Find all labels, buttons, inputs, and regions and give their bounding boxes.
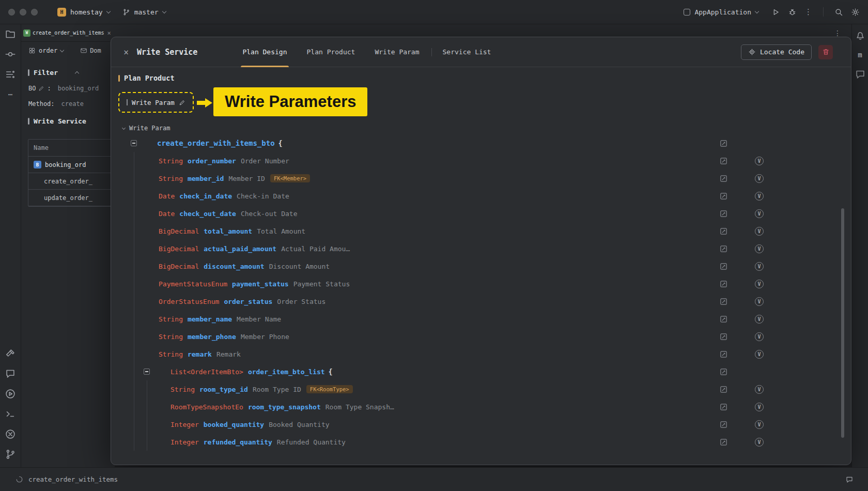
window-minimize-button[interactable] <box>20 9 26 16</box>
window-close-button[interactable] <box>8 9 15 16</box>
param-row[interactable]: OrderStatusEnumorder_statusOrder StatusV <box>111 293 851 310</box>
param-row[interactable]: Stringorder_numberOrder NumberV <box>111 152 851 170</box>
service-row[interactable]: Bbooking_ord <box>28 157 115 173</box>
service-row[interactable]: create_order_ <box>28 173 115 190</box>
maven-tool-icon[interactable]: m <box>855 49 866 60</box>
collapse-toggle-icon[interactable] <box>131 140 137 146</box>
module-selector[interactable]: order <box>28 47 64 54</box>
edit-note-icon[interactable] <box>719 332 728 341</box>
editor-tab[interactable]: W create_order_with_items × <box>21 24 115 42</box>
param-row[interactable]: create_order_with_items_bto{V <box>111 134 851 152</box>
services-tool-icon[interactable] <box>5 388 16 400</box>
edit-note-icon[interactable] <box>719 280 728 288</box>
tab-close-icon[interactable]: × <box>107 29 111 37</box>
param-row[interactable]: Stringmember_idMember IDFK<Member>V <box>111 170 851 187</box>
param-row[interactable]: Stringmember_nameMember NameV <box>111 310 851 328</box>
validate-icon[interactable]: V <box>755 244 764 253</box>
more-tools-icon[interactable]: ⋯ <box>5 89 16 100</box>
param-row[interactable]: Integerbooked_quantityBooked QuantityV <box>111 416 851 433</box>
validate-icon[interactable]: V <box>755 209 764 218</box>
edit-note-icon[interactable] <box>719 192 728 201</box>
edit-note-icon[interactable] <box>719 367 728 376</box>
param-row[interactable]: Stringmember_phoneMember PhoneV <box>111 328 851 345</box>
validate-icon[interactable]: V <box>755 227 764 236</box>
locate-code-button[interactable]: Locate Code <box>741 44 812 60</box>
project-selector[interactable]: H homestay <box>52 5 115 19</box>
validate-icon[interactable]: V <box>755 280 764 288</box>
validate-icon[interactable]: V <box>755 157 764 165</box>
validate-icon[interactable]: V <box>755 297 764 306</box>
build-tool-icon[interactable] <box>5 348 16 359</box>
write-param-button[interactable]: Write Param <box>118 92 194 113</box>
validate-icon[interactable]: V <box>755 350 764 359</box>
edit-note-icon[interactable] <box>719 139 728 148</box>
dialog-tab-write-param[interactable]: Write Param <box>367 37 427 67</box>
commit-tool-icon[interactable] <box>5 49 16 60</box>
dialog-close-icon[interactable]: × <box>121 47 131 57</box>
edit-note-icon[interactable] <box>719 262 728 271</box>
edit-note-icon[interactable] <box>719 403 728 411</box>
validate-icon[interactable]: V <box>755 315 764 324</box>
search-everywhere-icon[interactable] <box>834 8 843 17</box>
structure-tool-icon[interactable] <box>5 69 16 80</box>
write-param-tree-header[interactable]: Write Param <box>122 124 851 132</box>
domain-tab[interactable]: Dom <box>80 47 101 54</box>
param-row[interactable]: List<OrderItemBto>order_item_bto_list{V <box>111 363 851 380</box>
ai-chat-statusbar-icon[interactable] <box>845 475 854 484</box>
param-row[interactable]: StringremarkRemarkV <box>111 345 851 363</box>
service-row[interactable]: update_order_ <box>28 190 115 206</box>
edit-note-icon[interactable] <box>719 174 728 183</box>
run-configuration-selector[interactable]: AppApplication <box>678 6 764 19</box>
edit-note-icon[interactable] <box>719 227 728 236</box>
param-row[interactable]: Datecheck_out_dateCheck-out DateV <box>111 205 851 222</box>
param-row[interactable]: BigDecimalactual_paid_amountActual Paid … <box>111 240 851 257</box>
edit-note-icon[interactable] <box>719 438 728 447</box>
edit-note-icon[interactable] <box>719 297 728 306</box>
param-row[interactable]: Stringroom_type_idRoom Type IDFK<RoomTyp… <box>111 380 851 398</box>
param-row[interactable]: Integerrefunded_quantityRefunded Quantit… <box>111 433 851 451</box>
param-row[interactable]: PaymentStatusEnumpayment_statusPayment S… <box>111 275 851 293</box>
validate-icon[interactable]: V <box>755 438 764 447</box>
validate-icon[interactable]: V <box>755 192 764 201</box>
filter-section-header[interactable]: Filter <box>28 68 115 77</box>
validate-icon[interactable]: V <box>755 262 764 271</box>
tab-options-icon[interactable]: ⋮ <box>834 29 841 37</box>
collapse-chevron-icon[interactable] <box>75 71 79 75</box>
collapse-toggle-icon[interactable] <box>144 369 150 375</box>
param-row[interactable]: RoomTypeSnapshotEoroom_type_snapshotRoom… <box>111 398 851 416</box>
validate-icon[interactable]: V <box>755 174 764 183</box>
bo-value[interactable]: booking_ord <box>58 85 99 92</box>
validate-icon[interactable]: V <box>755 420 764 429</box>
notifications-bell-icon[interactable] <box>855 29 866 41</box>
edit-note-icon[interactable] <box>719 350 728 359</box>
window-zoom-button[interactable] <box>31 9 38 16</box>
terminal-tool-icon[interactable] <box>5 408 16 420</box>
problems-tool-icon[interactable] <box>5 428 16 440</box>
settings-gear-icon[interactable] <box>851 8 860 17</box>
edit-note-icon[interactable] <box>719 315 728 324</box>
git-tool-icon[interactable] <box>5 449 16 460</box>
edit-note-icon[interactable] <box>719 420 728 429</box>
dialog-tab-service-list[interactable]: Service List <box>435 37 499 67</box>
dialog-tab-plan-product[interactable]: Plan Product <box>299 37 363 67</box>
scrollbar-thumb[interactable] <box>841 208 844 438</box>
ai-chat-tool-icon[interactable] <box>5 368 16 379</box>
edit-note-icon[interactable] <box>719 209 728 218</box>
debug-button[interactable] <box>788 8 797 17</box>
edit-note-icon[interactable] <box>719 157 728 165</box>
validate-icon[interactable]: V <box>755 332 764 341</box>
dialog-tab-plan-design[interactable]: Plan Design <box>235 37 295 67</box>
edit-pencil-icon[interactable] <box>38 85 44 91</box>
param-row[interactable]: Datecheck_in_dateCheck-in DateV <box>111 187 851 205</box>
edit-note-icon[interactable] <box>719 385 728 394</box>
project-tool-icon[interactable] <box>5 28 16 40</box>
edit-note-icon[interactable] <box>719 244 728 253</box>
param-row[interactable]: BigDecimaldiscount_amountDiscount Amount… <box>111 257 851 275</box>
ai-assistant-tool-icon[interactable] <box>855 69 866 80</box>
run-button[interactable] <box>771 8 780 17</box>
param-row[interactable]: BigDecimaltotal_amountTotal AmountV <box>111 222 851 240</box>
validate-icon[interactable]: V <box>755 403 764 411</box>
delete-button[interactable] <box>818 45 833 59</box>
method-value[interactable]: create <box>61 100 84 108</box>
more-actions-icon[interactable]: ⋮ <box>804 7 812 17</box>
